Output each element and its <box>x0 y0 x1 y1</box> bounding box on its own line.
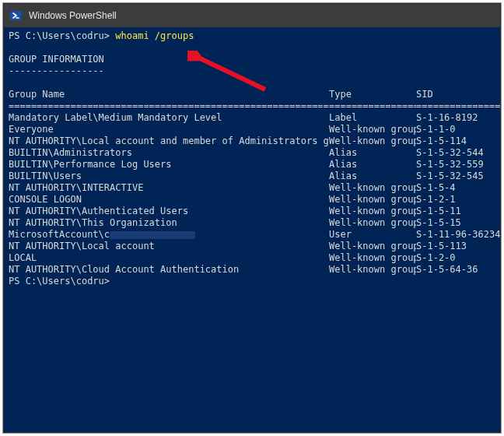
cell-name: BUILTIN\Performance Log Users <box>9 159 329 171</box>
redacted-block <box>110 231 195 239</box>
cell-type: Well-known group <box>329 264 416 276</box>
cell-type: Well-known group <box>329 241 416 252</box>
cell-name: NT AUTHORITY\Authenticated Users <box>9 206 329 217</box>
cell-name: CONSOLE LOGON <box>9 194 329 206</box>
cell-type: Alias <box>329 159 416 171</box>
cell-name: MicrosoftAccount\c <box>9 229 329 241</box>
table-row: Mandatory Label\Medium Mandatory LevelLa… <box>9 112 478 123</box>
svg-line-3 <box>197 57 265 90</box>
table-row: LOCALWell-known groupS-1-2-0 <box>9 252 456 263</box>
prompt-command: whoami /groups <box>115 30 194 41</box>
cell-sid: S-1-16-8192 <box>416 112 478 124</box>
col-rule-name: ========================================… <box>9 100 329 112</box>
cell-name: NT AUTHORITY\Local account <box>9 241 329 252</box>
cell-name: BUILTIN\Administrators <box>9 147 329 159</box>
table-rule-row: ========================================… <box>9 100 500 111</box>
window-title: Windows PowerShell <box>29 10 117 21</box>
cell-name: NT AUTHORITY\This Organization <box>9 217 329 229</box>
cell-type: User <box>329 229 416 241</box>
powershell-window: Windows PowerShell PS C:\Users\codru> wh… <box>3 3 501 433</box>
cell-sid: S-1-2-1 <box>416 194 456 206</box>
cell-type: Well-known group <box>329 217 416 229</box>
table-row: EveryoneWell-known groupS-1-1-0 <box>9 124 456 135</box>
cell-name: NT AUTHORITY\Cloud Account Authenticatio… <box>9 264 329 276</box>
cell-type: Well-known group <box>329 252 416 264</box>
cell-name: NT AUTHORITY\Local account and member of… <box>9 135 329 147</box>
cell-type: Label <box>329 112 416 124</box>
cell-sid: S-1-2-0 <box>416 252 456 264</box>
col-rule-type: ================ <box>329 100 416 112</box>
cell-sid: S-1-5-11 <box>416 206 461 217</box>
table-row: NT AUTHORITY\Authenticated UsersWell-kno… <box>9 206 461 216</box>
col-rule-sid: =================== <box>416 100 500 112</box>
table-row: NT AUTHORITY\INTERACTIVEWell-known group… <box>9 182 456 193</box>
terminal-area[interactable]: PS C:\Users\codru> whoami /groups GROUP … <box>4 27 500 432</box>
section-underline: ----------------- <box>9 65 104 76</box>
col-header-sid: SID <box>416 89 433 100</box>
table-row: CONSOLE LOGONWell-known groupS-1-2-1 <box>9 194 456 205</box>
cell-sid: S-1-5-32-559 <box>416 159 484 171</box>
table-row: NT AUTHORITY\This OrganizationWell-known… <box>9 217 461 228</box>
cell-name: NT AUTHORITY\INTERACTIVE <box>9 182 329 194</box>
cell-name: Mandatory Label\Medium Mandatory Level <box>9 112 329 124</box>
cell-sid: S-1-11-96-362345486 <box>416 229 500 241</box>
cell-sid: S-1-5-4 <box>416 182 456 194</box>
table-row: BUILTIN\Performance Log UsersAliasS-1-5-… <box>9 159 484 170</box>
cell-type: Alias <box>329 147 416 159</box>
table-row: BUILTIN\UsersAliasS-1-5-32-545 <box>9 171 484 181</box>
cell-sid: S-1-5-64-36 <box>416 264 478 276</box>
cell-name: Everyone <box>9 124 329 135</box>
section-header: GROUP INFORMATION <box>9 54 104 65</box>
cell-type: Well-known group <box>329 135 416 147</box>
col-header-name: Group Name <box>9 89 329 100</box>
table-row: MicrosoftAccount\cUserS-1-11-96-36234548… <box>9 229 500 240</box>
cell-sid: S-1-5-32-545 <box>416 171 484 182</box>
table-row: NT AUTHORITY\Local accountWell-known gro… <box>9 241 467 251</box>
table-header-row: Group NameTypeSID <box>9 89 433 100</box>
table-row: BUILTIN\AdministratorsAliasS-1-5-32-544 <box>9 147 484 158</box>
cell-type: Well-known group <box>329 124 416 135</box>
prompt-path-2: PS C:\Users\codru> <box>9 276 115 287</box>
powershell-icon <box>10 9 23 22</box>
cell-name: LOCAL <box>9 252 329 264</box>
table-body: Mandatory Label\Medium Mandatory LevelLa… <box>9 112 495 276</box>
prompt-path: PS C:\Users\codru> <box>9 30 115 41</box>
table-row: NT AUTHORITY\Local account and member of… <box>9 135 467 146</box>
cell-sid: S-1-1-0 <box>416 124 456 135</box>
cell-type: Well-known group <box>329 194 416 206</box>
cell-sid: S-1-5-15 <box>416 217 461 229</box>
cell-sid: S-1-5-32-544 <box>416 147 484 159</box>
cell-type: Well-known group <box>329 182 416 194</box>
table-row: NT AUTHORITY\Cloud Account Authenticatio… <box>9 264 478 275</box>
cell-sid: S-1-5-114 <box>416 135 467 147</box>
cell-type: Alias <box>329 171 416 182</box>
window-titlebar[interactable]: Windows PowerShell <box>4 4 500 27</box>
cell-type: Well-known group <box>329 206 416 217</box>
cell-sid: S-1-5-113 <box>416 241 467 252</box>
cell-name: BUILTIN\Users <box>9 171 329 182</box>
col-header-type: Type <box>329 89 416 100</box>
